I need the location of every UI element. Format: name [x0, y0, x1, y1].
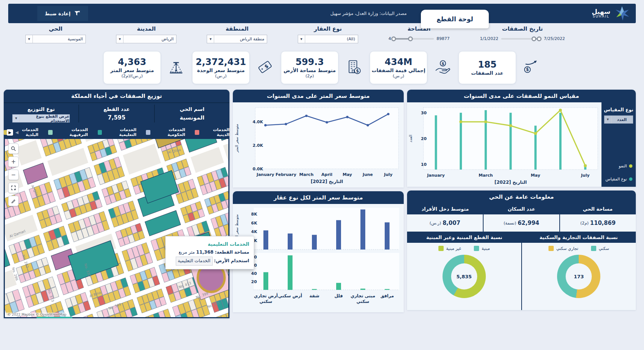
reset-filters-button[interactable]: إعادة ضبط — [37, 6, 88, 21]
data-source-note: مصدر البيانات: وزارة العدل، مؤشر سهيل — [331, 11, 407, 16]
map-extent-button[interactable] — [8, 183, 19, 193]
property-type-select[interactable]: (All) ▼ — [298, 35, 358, 43]
map-legend-item[interactable]: الخدمات الترفيهية — [48, 127, 88, 137]
main-content: مقياس النمو للصفقات على مدى السنوات نوع … — [4, 90, 636, 318]
price-per-type-title: متوسط سعر المتر لكل نوع عقار — [233, 191, 404, 204]
area-range-slider[interactable]: 4 89877 — [388, 36, 450, 41]
map-zoom-in-button[interactable]: + — [8, 157, 19, 167]
kpi-label: متوسط سعر الوحدة — [197, 68, 245, 74]
map-legend-item[interactable]: الخدمات الحكومية — [146, 127, 185, 137]
map-attribution[interactable]: © 2022 Mapbox © OpenStreetMap — [6, 313, 68, 316]
donut-legend-item[interactable]: سكني — [591, 246, 609, 251]
donut-chart[interactable]: 5,835 — [443, 255, 486, 298]
map-draw-button[interactable] — [8, 196, 19, 206]
dashboard-page: سهيل SUHAIL لوحة القطع مصدر البيانات: وز… — [0, 0, 644, 350]
kpi-card[interactable]: 185عدد الصفقات — [459, 51, 516, 84]
map-panel-title: توزيع الصفقات في أحياء المملكة — [4, 90, 229, 102]
measure-type-select[interactable]: العدد ▼ — [604, 115, 633, 124]
date-slider-handle-end[interactable] — [537, 36, 542, 41]
map-tooltip-use-row: استخدام الأرض: الخدمات التعليمية — [170, 257, 249, 266]
area-max-value: 89877 — [437, 36, 450, 41]
map-scrollbar-strip[interactable] — [37, 317, 72, 318]
reset-filters-label: إعادة ضبط — [45, 11, 71, 16]
growth-legend-item[interactable]: نوع المقياس — [603, 177, 632, 182]
svg-text:أرض سكني: أرض سكني — [278, 293, 302, 298]
donut-legend-item[interactable]: تجاري سكني — [548, 246, 578, 251]
map-search-button[interactable] — [8, 143, 19, 154]
filter-region-label: المنطقة — [226, 25, 248, 32]
date-range-slider[interactable]: 1/1/2022 7/25/2022 — [480, 36, 565, 41]
land-use-chip: الخدمات التعليمية — [176, 257, 213, 266]
svg-text:May: May — [531, 173, 540, 178]
property-type-value: (All) — [305, 35, 358, 43]
date-slider-handle-start[interactable] — [532, 36, 537, 41]
growth-chart-svg[interactable]: 102030العددJanuaryMarchMayJulyالتاريخ [2… — [407, 102, 601, 187]
svg-text:8K: 8K — [251, 212, 257, 217]
map-legend-item[interactable]: الخدمات الدينية — [195, 127, 229, 137]
price-trend-panel: متوسط سعر المتر على مدى السنوات 0.0K2.0K… — [233, 90, 404, 188]
area-slider-handle-max[interactable] — [408, 36, 413, 41]
svg-text:سكني: سكني — [356, 299, 369, 304]
legend-dot-icon — [629, 164, 632, 168]
area-min-value: 4 — [388, 36, 391, 41]
svg-text:4.0K: 4.0K — [253, 120, 263, 124]
kpi-unit: (م2) — [306, 74, 314, 79]
district-area-header: مساحة الحي — [560, 203, 636, 214]
growth-legend-label: النمو — [619, 164, 627, 168]
date-slider-track[interactable] — [501, 38, 541, 40]
kpi-card[interactable]: 434Mإجمالي قيمة الصفقات(ر.س) — [370, 51, 427, 84]
donut-legend-label: غير مبنية — [446, 246, 461, 251]
donut-chart[interactable]: 173 — [557, 255, 600, 298]
svg-text:July: July — [384, 172, 393, 177]
chevron-down-icon[interactable]: ▼ — [116, 35, 124, 43]
map-canvas[interactable]: Al QilaaAl QilaaAl QamariAl BinaNo. 330N… — [5, 139, 228, 317]
donut-legend-item[interactable]: مبنية — [474, 246, 490, 251]
kpi-card[interactable]: 2,372,431متوسط سعر الوحدة(ر.س) — [192, 51, 250, 84]
region-select[interactable]: منطقة الرياض ▼ — [207, 35, 267, 43]
filter-date: تاريخ الصفقات 1/1/2022 7/25/2022 — [480, 25, 565, 48]
growth-panel: مقياس النمو للصفقات على مدى السنوات نوع … — [407, 90, 636, 187]
growth-legend: النمونوع المقياس — [603, 164, 635, 182]
filter-area: المساحة 4 89877 — [388, 25, 450, 48]
kpi-row: $185عدد الصفقات$434Mإجمالي قيمة الصفقات(… — [15, 51, 629, 84]
kpi-card[interactable]: 4,363متوسط سعر المتر(ر.س)/(م2) — [103, 51, 161, 84]
tab-plots-dashboard[interactable]: لوحة القطع — [421, 10, 489, 28]
district-select[interactable]: المونسية ▼ — [25, 35, 86, 43]
chevron-down-icon[interactable]: ▼ — [298, 35, 305, 43]
growth-chart: 102030العددJanuaryMarchMayJulyالتاريخ [2… — [407, 102, 601, 187]
kpi-card[interactable]: 599.3متوسط مساحة الأرض(م2) — [281, 51, 338, 84]
filter-city-label: المدينة — [137, 25, 156, 32]
chevron-down-icon[interactable]: ▼ — [26, 35, 33, 43]
legend-prev-icon[interactable]: ◀ — [15, 130, 18, 135]
svg-text:مبنى تجاري: مبنى تجاري — [350, 293, 375, 298]
hand-coin-icon: $ — [433, 58, 452, 78]
price-per-type-chart-svg[interactable]: 2K4K6K8K20406080متوسط سعر المترأرض تجاري… — [233, 204, 404, 311]
map-container[interactable]: Al QilaaAl QilaaAl QamariAl BinaNo. 330N… — [5, 139, 228, 317]
filter-district: الحي المونسية ▼ — [25, 25, 86, 48]
map-extent-icon — [11, 185, 16, 191]
price-trend-chart-svg[interactable]: 0.0K2.0K4.0Kمتوسط سعر المترJanuaryFebrua… — [233, 102, 404, 186]
kpi-label: متوسط مساحة الأرض — [284, 68, 336, 74]
area-slider-handle-min[interactable] — [391, 36, 396, 41]
chevron-down-icon[interactable]: ▼ — [207, 35, 214, 43]
kpi-value: 185 — [478, 59, 497, 70]
city-select[interactable]: الرياض ▼ — [116, 35, 176, 43]
middle-column: متوسط سعر المتر على مدى السنوات 0.0K2.0K… — [233, 90, 404, 318]
built-donut-half: مبنيةغير مبنية5,835 — [407, 243, 522, 310]
svg-text:متوسط سعر المتر: متوسط سعر المتر — [235, 124, 239, 153]
chevron-down-icon[interactable]: ▼ — [13, 115, 20, 122]
search-icon — [11, 146, 16, 151]
svg-text:فلل: فلل — [334, 293, 343, 298]
filter-region: المنطقة منطقة الرياض ▼ — [207, 25, 267, 48]
area-slider-track[interactable] — [394, 38, 434, 40]
legend-swatch-icon — [591, 246, 596, 251]
donut-legend-item[interactable]: غير مبنية — [438, 246, 461, 251]
legend-next-icon[interactable]: ▶ — [7, 129, 13, 136]
kpi-value: 4,363 — [118, 56, 146, 68]
chevron-down-icon[interactable]: ▼ — [604, 116, 612, 123]
map-zoom-out-button[interactable]: − — [8, 170, 19, 180]
growth-legend-item[interactable]: النمو — [603, 164, 632, 168]
map-legend-item[interactable]: الخدمات التعليمية — [98, 127, 137, 137]
price-trend-title: متوسط سعر المتر على مدى السنوات — [233, 90, 404, 102]
distribution-type-select[interactable]: عرض القطع بنوع الاستخدام ▼ — [12, 114, 70, 123]
